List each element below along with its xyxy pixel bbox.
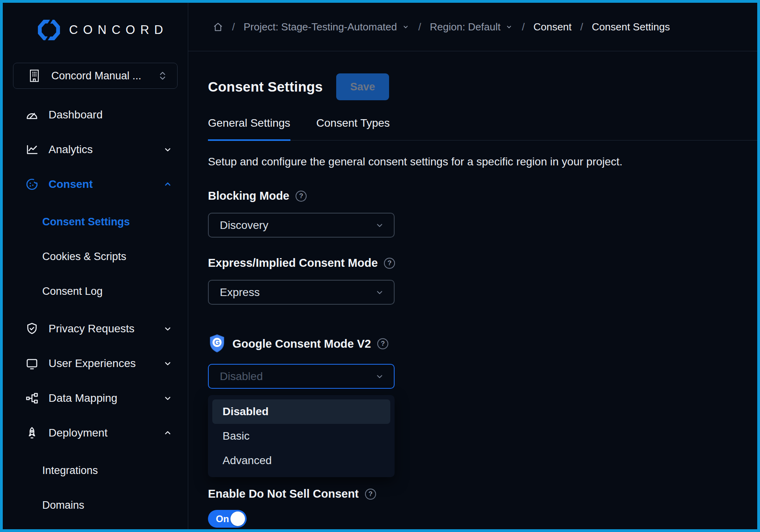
sidebar-item-dashboard[interactable]: Dashboard [3,97,188,132]
app-window: CONCORD Concord Manual ... [0,0,760,532]
help-icon[interactable]: ? [296,191,307,202]
sidebar-item-privacy-requests[interactable]: Privacy Requests [3,311,188,346]
sidebar-nav: Dashboard Analytics [3,97,188,525]
rocket-icon [25,426,39,440]
save-button[interactable]: Save [336,73,389,100]
breadcrumb-region[interactable]: Region: Default [430,21,513,33]
help-icon[interactable]: ? [377,338,388,349]
svg-text:G: G [214,339,220,347]
sidebar-item-label: Deployment [49,427,107,439]
tab-consent-types[interactable]: Consent Types [316,117,390,140]
sidebar-item-data-mapping[interactable]: Data Mapping [3,381,188,416]
brand-name: CONCORD [69,23,168,37]
selected-value: Discovery [220,219,268,232]
option-basic[interactable]: Basic [212,424,390,448]
cookie-icon [25,178,39,191]
sidebar-item-consent-log[interactable]: Consent Log [3,274,188,309]
chevron-down-icon [375,288,384,297]
blocking-mode-label: Blocking Mode ? [208,189,757,202]
workspace-selector[interactable]: Concord Manual ... [13,63,178,89]
sidebar-item-label: Integrations [42,465,98,477]
up-down-chevron-icon [158,71,167,81]
breadcrumb: / Project: Stage-Testing-Automated / Reg… [188,3,757,51]
chevron-down-icon [505,23,513,31]
sidebar-item-label: Consent Log [42,285,103,298]
breadcrumb-consent-settings: Consent Settings [592,21,670,33]
chevron-up-icon [163,428,173,438]
breadcrumb-project[interactable]: Project: Stage-Testing-Automated [243,21,410,33]
consent-submenu: Consent Settings Cookies & Scripts Conse… [3,204,188,309]
toggle-state-label: On [216,513,229,525]
sidebar-item-consent-settings[interactable]: Consent Settings [3,204,188,239]
brand-logo: CONCORD [3,17,188,43]
sidebar-item-label: Consent [49,178,93,191]
sidebar-item-domains[interactable]: Domains [3,488,188,523]
sidebar-item-label: Consent Settings [42,216,130,228]
sidebar-item-cookies-scripts[interactable]: Cookies & Scripts [3,239,188,274]
sidebar-item-label: Domains [42,499,84,511]
sidebar-item-consent[interactable]: Consent [3,167,188,202]
help-icon[interactable]: ? [365,489,376,500]
data-mapping-icon [25,392,39,405]
google-consent-mode-label: G Google Consent Mode V2 ? [208,334,757,354]
do-not-sell-toggle[interactable]: On [208,510,247,528]
chevron-down-icon [163,144,173,155]
do-not-sell-label: Enable Do Not Sell Consent ? [208,487,757,500]
sidebar-item-user-experiences[interactable]: User Experiences [3,346,188,381]
sidebar-item-analytics[interactable]: Analytics [3,132,188,167]
breadcrumb-separator: / [580,21,583,33]
sidebar-item-label: Privacy Requests [49,322,135,335]
section-description: Setup and configure the general consent … [208,155,757,168]
tab-bar: General Settings Consent Types [208,117,757,140]
sidebar-item-integrations[interactable]: Integrations [3,453,188,488]
option-advanced[interactable]: Advanced [212,448,390,473]
google-consent-mode-select[interactable]: Disabled [208,364,395,389]
sidebar-item-deployment[interactable]: Deployment [3,416,188,450]
tab-general-settings[interactable]: General Settings [208,117,290,141]
building-icon [28,69,40,82]
content: Consent Settings Save General Settings C… [188,51,757,529]
google-shield-icon: G [208,334,226,354]
sidebar-item-label: Data Mapping [49,392,117,405]
main-area: / Project: Stage-Testing-Automated / Reg… [188,3,757,529]
chevron-down-icon [375,372,384,381]
breadcrumb-separator: / [232,21,235,33]
home-icon[interactable] [213,22,223,32]
concord-logo-icon [37,19,61,41]
chevron-down-icon [163,324,173,334]
monitor-icon [25,357,39,370]
chevron-down-icon [163,358,173,369]
toggle-knob [230,511,245,526]
sidebar-item-label: Analytics [49,143,93,156]
sidebar-item-label: User Experiences [49,357,136,370]
breadcrumb-consent[interactable]: Consent [533,21,572,33]
chevron-down-icon [163,393,173,403]
sidebar-item-label: Cookies & Scripts [42,251,126,263]
help-icon[interactable]: ? [384,258,395,269]
express-implied-label: Express/Implied Consent Mode ? [208,257,757,270]
selected-value: Express [220,286,260,299]
workspace-name: Concord Manual ... [51,70,147,82]
shield-check-icon [25,322,39,335]
selected-value: Disabled [220,370,263,383]
google-consent-mode-dropdown: Disabled Basic Advanced [208,395,395,477]
breadcrumb-separator: / [418,21,421,33]
option-disabled[interactable]: Disabled [212,399,390,424]
deployment-submenu: Integrations Domains [3,453,188,523]
express-implied-select[interactable]: Express [208,280,395,305]
breadcrumb-separator: / [522,21,524,33]
page-title: Consent Settings [208,79,323,95]
dashboard-icon [25,108,39,122]
blocking-mode-select[interactable]: Discovery [208,213,395,238]
sidebar: CONCORD Concord Manual ... [3,3,188,529]
analytics-icon [25,143,39,156]
sidebar-item-label: Dashboard [49,109,103,121]
chevron-down-icon [402,23,410,31]
chevron-down-icon [375,221,384,230]
chevron-up-icon [163,179,173,189]
